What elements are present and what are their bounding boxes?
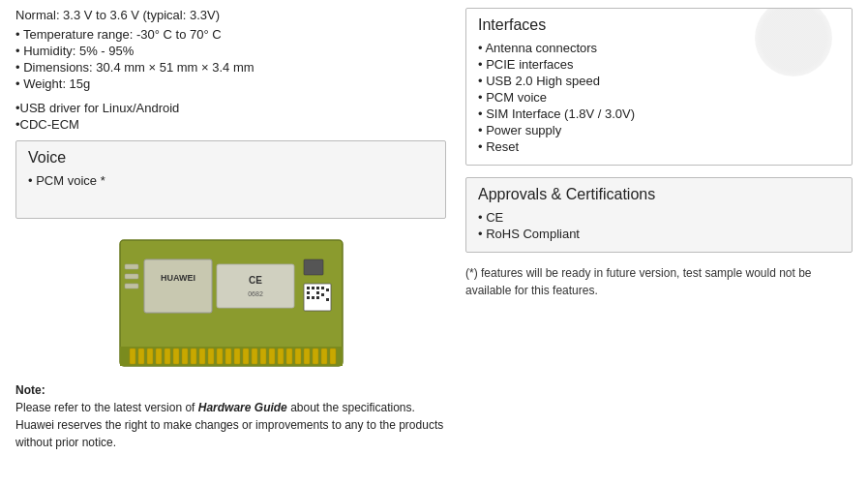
svg-rect-44 <box>326 298 329 301</box>
svg-rect-37 <box>316 291 319 294</box>
interfaces-section: Interfaces Antenna connectors PCIE inter… <box>465 8 853 166</box>
svg-rect-19 <box>278 349 284 364</box>
interface-item-3: PCM voice <box>478 89 840 106</box>
note-text: Please refer to the latest version of <box>15 401 198 414</box>
svg-text:HUAWEI: HUAWEI <box>161 273 195 283</box>
voice-list: PCM voice * <box>28 172 434 189</box>
left-column: Normal: 3.3 V to 3.6 V (typical: 3.3V) T… <box>15 8 446 451</box>
driver-linux: USB driver for Linux/Android <box>15 100 446 116</box>
svg-rect-31 <box>304 259 323 275</box>
svg-rect-41 <box>321 287 324 289</box>
certifications-list: CE RoHS Compliant <box>478 209 840 242</box>
dimensions-spec: Dimensions: 30.4 mm × 51 mm × 3.4 mm <box>15 59 446 76</box>
svg-rect-47 <box>125 284 138 289</box>
approval-item-1: RoHS Compliant <box>478 226 840 242</box>
humidity-spec: Humidity: 5% - 95% <box>15 43 446 59</box>
svg-rect-21 <box>295 349 301 364</box>
svg-rect-39 <box>312 296 314 299</box>
svg-rect-35 <box>316 287 319 289</box>
svg-rect-43 <box>321 293 324 296</box>
svg-rect-36 <box>307 291 310 294</box>
svg-rect-15 <box>243 349 249 364</box>
driver-cdc: CDC-ECM <box>15 116 446 133</box>
interfaces-title: Interfaces <box>478 16 840 34</box>
page: Normal: 3.3 V to 3.6 V (typical: 3.3V) T… <box>0 0 868 459</box>
voice-title: Voice <box>28 149 434 167</box>
svg-rect-34 <box>312 287 314 289</box>
board-image-area: HUAWEI CE 0682 <box>15 230 446 376</box>
interface-item-1: PCIE interfaces <box>478 56 840 73</box>
svg-rect-22 <box>304 349 310 364</box>
interface-item-2: USB 2.0 High speed <box>478 73 840 89</box>
voice-section: Voice PCM voice * <box>15 140 446 219</box>
svg-rect-9 <box>191 349 196 364</box>
interface-item-6: Reset <box>478 138 840 155</box>
svg-rect-33 <box>307 287 310 289</box>
specs-block: Temperature range: -30° C to 70° C Humid… <box>15 26 446 92</box>
svg-rect-4 <box>147 349 153 364</box>
svg-rect-42 <box>326 289 329 291</box>
svg-rect-13 <box>225 349 231 364</box>
svg-rect-26 <box>144 259 212 313</box>
main-content: Normal: 3.3 V to 3.6 V (typical: 3.3V) T… <box>15 8 853 451</box>
right-column: Interfaces Antenna connectors PCIE inter… <box>465 8 853 451</box>
svg-rect-24 <box>321 349 327 364</box>
svg-rect-14 <box>234 349 240 364</box>
svg-rect-12 <box>217 349 223 364</box>
driver-block: USB driver for Linux/Android CDC-ECM <box>15 100 446 133</box>
interfaces-list: Antenna connectors PCIE interfaces USB 2… <box>478 40 840 155</box>
note-label: Note: <box>15 383 45 397</box>
svg-rect-17 <box>260 349 266 364</box>
svg-text:CE: CE <box>249 275 262 286</box>
svg-rect-20 <box>286 349 292 364</box>
note-block: Note: Please refer to the latest version… <box>15 381 446 451</box>
top-specs-block: Normal: 3.3 V to 3.6 V (typical: 3.3V) T… <box>15 8 446 133</box>
voice-item-0: PCM voice * <box>28 172 434 189</box>
certifications-title: Approvals & Certifications <box>478 186 840 203</box>
svg-rect-28 <box>217 264 294 308</box>
svg-rect-11 <box>208 349 214 364</box>
approval-item-0: CE <box>478 209 840 226</box>
weight-spec: Weight: 15g <box>15 76 446 92</box>
voltage-spec: Normal: 3.3 V to 3.6 V (typical: 3.3V) <box>15 8 446 22</box>
svg-rect-46 <box>125 274 138 279</box>
svg-rect-18 <box>269 349 275 364</box>
svg-rect-16 <box>252 349 257 364</box>
svg-rect-2 <box>130 349 135 364</box>
svg-rect-40 <box>316 296 319 299</box>
svg-rect-38 <box>307 296 310 299</box>
temp-spec: Temperature range: -30° C to 70° C <box>15 26 446 43</box>
footnote-box: (*) features will be ready in future ver… <box>465 264 853 299</box>
svg-rect-6 <box>165 349 170 364</box>
footnote-text: (*) features will be ready in future ver… <box>465 266 812 297</box>
svg-rect-25 <box>330 349 336 364</box>
note-italic: Hardware Guide <box>198 401 287 414</box>
svg-rect-7 <box>173 349 179 364</box>
svg-rect-45 <box>125 264 138 269</box>
svg-rect-8 <box>182 349 188 364</box>
certifications-section: Approvals & Certifications CE RoHS Compl… <box>465 177 853 253</box>
pcb-image: HUAWEI CE 0682 <box>115 230 347 376</box>
svg-rect-3 <box>138 349 144 364</box>
svg-rect-10 <box>199 349 205 364</box>
interface-item-0: Antenna connectors <box>478 40 840 56</box>
svg-text:0682: 0682 <box>248 290 263 297</box>
svg-rect-23 <box>313 349 318 364</box>
svg-rect-5 <box>156 349 162 364</box>
interface-item-4: SIM Interface (1.8V / 3.0V) <box>478 106 840 122</box>
interface-item-5: Power supply <box>478 122 840 138</box>
